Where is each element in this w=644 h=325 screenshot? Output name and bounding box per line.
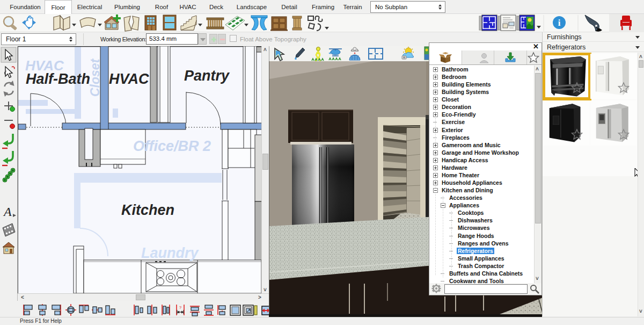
svg-text:Office/BR 2: Office/BR 2: [133, 138, 211, 154]
svg-text:i: i: [558, 18, 561, 28]
svg-text:A: A: [3, 205, 12, 219]
svg-text:Laundry: Laundry: [141, 245, 199, 261]
svg-text:Kitchen: Kitchen: [121, 202, 174, 218]
svg-text:?: ?: [179, 305, 182, 310]
svg-text:Pantry: Pantry: [184, 68, 230, 84]
svg-text:Half-Bath: Half-Bath: [26, 71, 90, 87]
svg-text:HVAC: HVAC: [109, 71, 149, 87]
